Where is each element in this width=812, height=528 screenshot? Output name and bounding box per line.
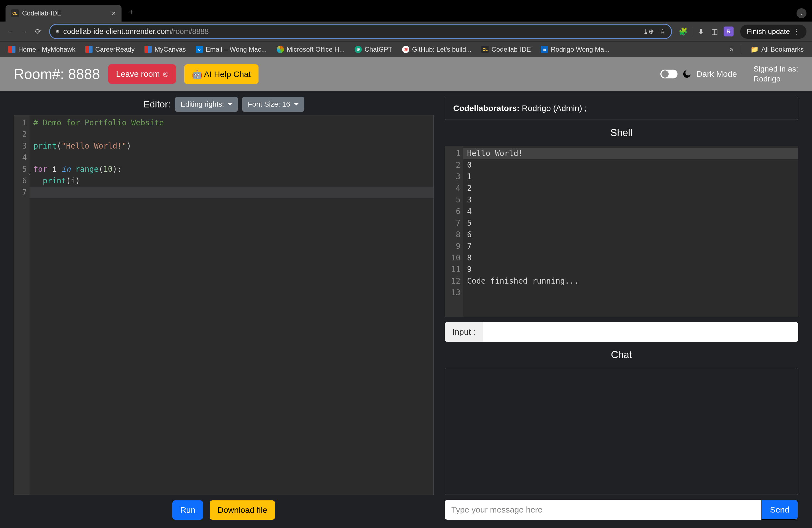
- bookmark-item[interactable]: Home - MyMohawk: [8, 46, 75, 53]
- bookmark-item[interactable]: ֍ChatGPT: [354, 46, 392, 53]
- folder-icon: 📁: [750, 46, 759, 53]
- nav-reload-icon[interactable]: ⟳: [33, 27, 43, 36]
- editor-gutter: 12345⌄67: [14, 115, 30, 495]
- finish-update-button[interactable]: Finish update ⋮: [740, 25, 807, 39]
- collaborators-value: Rodrigo (Admin) ;: [520, 104, 586, 113]
- profile-avatar[interactable]: R: [724, 27, 734, 36]
- editing-rights-dropdown[interactable]: Editing rights:: [175, 97, 238, 112]
- browser-tab-strip: CL Codellab-IDE ✕ ＋ ⌄: [0, 0, 812, 21]
- run-button[interactable]: Run: [172, 500, 203, 520]
- outlook-icon: o: [196, 46, 203, 53]
- all-bookmarks-button[interactable]: 📁All Bookmarks: [750, 46, 804, 53]
- url-text: codellab-ide-client.onrender.com/room/88…: [63, 27, 209, 36]
- close-tab-icon[interactable]: ✕: [111, 10, 116, 17]
- shell-input-field[interactable]: [483, 322, 798, 342]
- browser-nav-bar: ← → ⟳ ⚙ codellab-ide-client.onrender.com…: [0, 21, 812, 41]
- site-settings-icon[interactable]: ⚙: [56, 29, 59, 34]
- kebab-menu-icon[interactable]: ⋮: [793, 27, 800, 36]
- extensions-icon[interactable]: 🧩: [678, 27, 688, 36]
- collaborators-label: Codellaborators:: [453, 104, 520, 113]
- bookmark-item[interactable]: MyCanvas: [144, 46, 186, 53]
- bookmark-item[interactable]: oEmail – Wong Mac...: [196, 46, 267, 53]
- shell-input-label: Input :: [445, 322, 483, 342]
- tab-title: Codellab-IDE: [22, 10, 108, 17]
- code-editor[interactable]: 12345⌄67 # Demo for Portfolio Websitepri…: [14, 115, 434, 495]
- send-button[interactable]: Send: [761, 500, 798, 520]
- linkedin-icon: in: [541, 46, 548, 53]
- chat-input-row: Send: [445, 500, 798, 520]
- chevron-down-icon: [228, 103, 232, 105]
- url-bar[interactable]: ⚙ codellab-ide-client.onrender.com/room/…: [49, 24, 672, 39]
- bookmark-item[interactable]: CLCodellab-IDE: [481, 46, 531, 53]
- bookmark-icon: [144, 46, 151, 53]
- divider: [742, 45, 742, 54]
- shell-output[interactable]: 12345678910111213 Hello World!0123456789…: [445, 146, 798, 317]
- microsoft-icon: [277, 46, 284, 53]
- nav-forward-icon: →: [19, 27, 29, 36]
- tab-favicon: CL: [11, 10, 19, 17]
- dark-mode-toggle[interactable]: [661, 70, 678, 78]
- chat-heading: Chat: [445, 349, 798, 361]
- bookmark-item[interactable]: Microsoft Office H...: [277, 46, 345, 53]
- right-column: Codellaborators: Rodrigo (Admin) ; Shell…: [445, 97, 798, 520]
- tab-overflow-button[interactable]: ⌄: [797, 8, 807, 18]
- side-panel-icon[interactable]: ◫: [710, 27, 720, 36]
- bookmark-item[interactable]: inRodrigo Wong Ma...: [541, 46, 610, 53]
- app-header: Room#: 8888 Leave room ⎋ 🤖 AI Help Chat …: [0, 57, 812, 91]
- nav-back-icon[interactable]: ←: [5, 27, 15, 36]
- shell-heading: Shell: [445, 127, 798, 138]
- dark-mode-label: Dark Mode: [696, 69, 737, 79]
- leave-room-button[interactable]: Leave room ⎋: [108, 64, 176, 84]
- github-icon: 🐙: [402, 46, 409, 53]
- collaborators-panel: Codellaborators: Rodrigo (Admin) ;: [445, 97, 798, 120]
- bookmark-star-icon[interactable]: ☆: [659, 28, 666, 35]
- install-app-icon[interactable]: ⤓⊕: [643, 28, 654, 35]
- chatgpt-icon: ֍: [354, 46, 362, 53]
- chat-messages-area[interactable]: [445, 368, 798, 495]
- editor-controls: Editor: Editing rights: Font Size: 16: [14, 97, 434, 112]
- bookmark-item[interactable]: 🐙GitHub: Let's build...: [402, 46, 472, 53]
- bookmarks-overflow-icon[interactable]: »: [729, 45, 733, 54]
- editor-column: Editor: Editing rights: Font Size: 16 12…: [14, 97, 434, 520]
- downloads-icon[interactable]: ⬇: [696, 27, 706, 36]
- room-title: Room#: 8888: [14, 66, 100, 82]
- shell-gutter: 12345678910111213: [445, 146, 463, 317]
- bookmark-item[interactable]: CareerReady: [85, 46, 135, 53]
- chat-input-field[interactable]: [445, 500, 761, 520]
- editor-actions: Run Download file: [14, 500, 434, 520]
- browser-tab[interactable]: CL Codellab-IDE ✕: [5, 5, 121, 21]
- moon-icon: [682, 69, 692, 79]
- editor-content[interactable]: # Demo for Portfolio Websiteprint("Hello…: [30, 115, 433, 495]
- download-file-button[interactable]: Download file: [209, 500, 275, 520]
- editor-label: Editor:: [144, 99, 171, 109]
- divider: [692, 27, 692, 36]
- app-body: Editor: Editing rights: Font Size: 16 12…: [0, 91, 812, 528]
- exit-icon: ⎋: [163, 69, 168, 79]
- ai-help-chat-button[interactable]: 🤖 AI Help Chat: [184, 64, 259, 84]
- new-tab-button[interactable]: ＋: [127, 6, 135, 17]
- chevron-down-icon: [294, 103, 299, 105]
- codellab-icon: CL: [481, 46, 489, 53]
- bookmark-icon: [85, 46, 92, 53]
- shell-content: Hello World!0123456789Code finished runn…: [463, 146, 798, 317]
- font-size-dropdown[interactable]: Font Size: 16: [242, 97, 304, 112]
- bookmarks-bar: Home - MyMohawk CareerReady MyCanvas oEm…: [0, 41, 812, 57]
- bookmark-icon: [8, 46, 15, 53]
- signed-in-status: Signed in as: Rodrigo: [753, 64, 798, 84]
- shell-input-row: Input :: [445, 322, 798, 342]
